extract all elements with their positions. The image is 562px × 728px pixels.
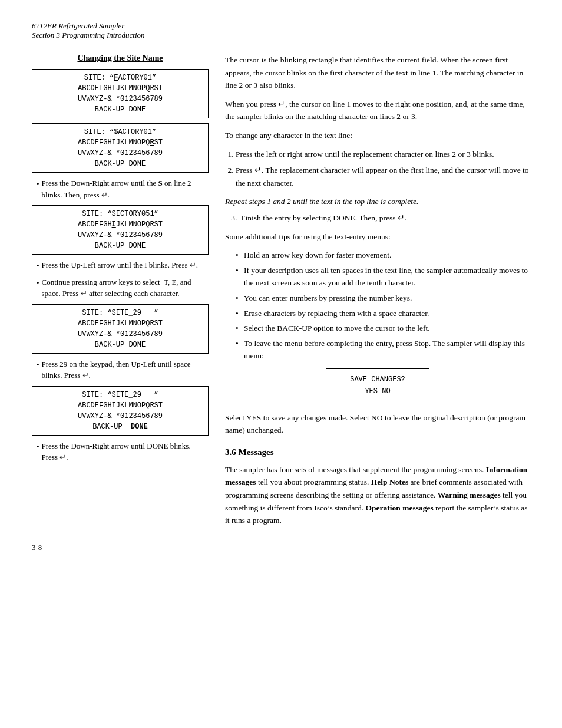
screen2-line2: ABCDEFGHIJKLMNOPQRST bbox=[38, 137, 202, 148]
header-subtitle: Section 3 Programming Introduction bbox=[32, 31, 530, 40]
bullet-dot-2: • bbox=[37, 260, 39, 272]
bullet-text-2: Press the Up-Left arrow until the I blin… bbox=[42, 259, 209, 272]
screen4-line2: ABCDEFGHIJKLMNOPQRST bbox=[38, 318, 202, 329]
step-2: Press ↵. The replacement character will … bbox=[236, 164, 530, 189]
save-box-line1: SAVE CHANGES? bbox=[350, 374, 405, 386]
bullet-text-1: Press the Down-Right arrow until the S o… bbox=[42, 177, 209, 200]
bullet-dot-1: • bbox=[37, 178, 39, 200]
tip-1: Hold an arrow key down for faster moveme… bbox=[236, 249, 530, 262]
bullet-item-4: • Press 29 on the keypad, then Up-Left u… bbox=[37, 358, 209, 381]
step3-text: 3. Finish the entry by selecting DONE. T… bbox=[225, 212, 530, 225]
screen5-done-bold: DONE bbox=[131, 423, 148, 431]
screen5-line4: BACK-UP DONE bbox=[38, 421, 202, 432]
step-1: Press the left or right arrow until the … bbox=[236, 148, 530, 161]
page-header: 6712FR Refrigerated Sampler Section 3 Pr… bbox=[32, 21, 530, 40]
save-text: Select YES to save any changes made. Sel… bbox=[225, 411, 530, 437]
screen5-line3: UVWXYZ-& *0123456789 bbox=[38, 411, 202, 421]
screen1-line1: SITE: “FACTORY01” bbox=[38, 73, 202, 83]
screen1-line2: ABCDEFGHIJKLMNOPQRST bbox=[38, 83, 202, 94]
footer-rule bbox=[32, 539, 530, 539]
right-para2: When you press ↵, the cursor on line 1 m… bbox=[225, 98, 530, 123]
screen4-line4: BACK-UP DONE bbox=[38, 340, 202, 350]
bullet-item-3: • Continue pressing arrow keys to select… bbox=[37, 276, 209, 299]
operation-messages-label: Operation messages bbox=[366, 503, 434, 512]
screen1-bold: F bbox=[114, 74, 118, 82]
footer-page-number: 3-8 bbox=[32, 543, 530, 552]
screen5-line1: SITE: “SITE_29 ” bbox=[38, 390, 202, 400]
screen3-line3: UVWXYZ-& *0123456789 bbox=[38, 230, 202, 241]
bullet-text-3: Continue pressing arrow keys to select T… bbox=[42, 276, 209, 299]
bullet-text-5: Press the Down-Right arrow until DONE bl… bbox=[42, 440, 209, 463]
screen-box-5: SITE: “SITE_29 ” ABCDEFGHIJKLMNOPQRST UV… bbox=[32, 386, 209, 436]
bullet-item-2: • Press the Up-Left arrow until the I bl… bbox=[37, 259, 209, 272]
bullet-item-5: • Press the Down-Right arrow until DONE … bbox=[37, 440, 209, 463]
section-36: 3.6 Messages The sampler has four sets o… bbox=[225, 447, 530, 527]
screen3-bold: I bbox=[112, 220, 116, 229]
screen2-line3: UVWXYZ-& *0123456789 bbox=[38, 148, 202, 159]
screen4-line1: SITE: “SITE_29 ” bbox=[38, 308, 202, 318]
screen3-line2: ABCDEFGHIJKLMNOPQRST bbox=[38, 219, 202, 230]
save-box-container: SAVE CHANGES? YES NO bbox=[225, 368, 530, 403]
screen3-line4: BACK-UP DONE bbox=[38, 241, 202, 251]
screen2-bold: R bbox=[150, 139, 154, 147]
tip-4: Erase characters by replacing them with … bbox=[236, 307, 530, 320]
section-36-body: The sampler has four sets of messages th… bbox=[225, 463, 530, 527]
header-rule bbox=[32, 44, 530, 44]
two-col-layout: Changing the Site Name SITE: “FACTORY01”… bbox=[32, 54, 530, 527]
screen-box-4: SITE: “SITE_29 ” ABCDEFGHIJKLMNOPQRST UV… bbox=[32, 304, 209, 354]
page: 6712FR Refrigerated Sampler Section 3 Pr… bbox=[0, 0, 562, 728]
save-box-line2: YES NO bbox=[350, 386, 405, 397]
help-notes-label: Help Notes bbox=[371, 477, 408, 486]
tip-2: If your description uses all ten spaces … bbox=[236, 264, 530, 289]
italic-repeat-line: Repeat steps 1 and 2 until the text in t… bbox=[225, 195, 530, 208]
screen1-line3: UVWXYZ-& *0123456789 bbox=[38, 94, 202, 104]
bullet-dot-4: • bbox=[37, 359, 39, 381]
save-changes-box: SAVE CHANGES? YES NO bbox=[326, 368, 429, 403]
screen-box-3: SITE: “SICTORY051” ABCDEFGHIJKLMNOPQRST … bbox=[32, 205, 209, 255]
tips-list: Hold an arrow key down for faster moveme… bbox=[236, 249, 530, 363]
bullet-dot-3: • bbox=[37, 277, 39, 299]
screen2-line4: BACK-UP DONE bbox=[38, 159, 202, 169]
bullet-dot-5: • bbox=[37, 441, 39, 463]
screen3-line1: SITE: “SICTORY051” bbox=[38, 209, 202, 219]
tip-3: You can enter numbers by pressing the nu… bbox=[236, 292, 530, 305]
right-para4: Some additional tips for using the text-… bbox=[225, 230, 530, 243]
numbered-list: Press the left or right arrow until the … bbox=[236, 148, 530, 190]
screen-box-1: SITE: “FACTORY01” ABCDEFGHIJKLMNOPQRST U… bbox=[32, 69, 209, 118]
warning-messages-label: Warning messages bbox=[438, 490, 501, 499]
right-column: The cursor is the blinking rectangle tha… bbox=[225, 54, 530, 527]
section-36-heading: 3.6 Messages bbox=[225, 447, 530, 457]
screen1-line4: BACK-UP DONE bbox=[38, 104, 202, 115]
tip-6: To leave the menu before completing the … bbox=[236, 337, 530, 363]
right-para3: To change any character in the text line… bbox=[225, 129, 530, 142]
tip-5: Select the BACK-UP option to move the cu… bbox=[236, 322, 530, 335]
screen4-line3: UVWXYZ-& *0123456789 bbox=[38, 329, 202, 340]
screen5-line2: ABCDEFGHIJKLMNOPQRST bbox=[38, 400, 202, 411]
screen2-line1: SITE: “$ACTORY01” bbox=[38, 127, 202, 137]
header-title: 6712FR Refrigerated Sampler bbox=[32, 21, 530, 31]
left-section-heading: Changing the Site Name bbox=[32, 54, 209, 63]
bullet-text-4: Press 29 on the keypad, then Up-Left unt… bbox=[42, 358, 209, 381]
screen-box-2: SITE: “$ACTORY01” ABCDEFGHIJKLMNOPQRST U… bbox=[32, 123, 209, 173]
left-column: Changing the Site Name SITE: “FACTORY01”… bbox=[32, 54, 209, 468]
right-para1: The cursor is the blinking rectangle tha… bbox=[225, 54, 530, 92]
bullet-item-1: • Press the Down-Right arrow until the S… bbox=[37, 177, 209, 200]
